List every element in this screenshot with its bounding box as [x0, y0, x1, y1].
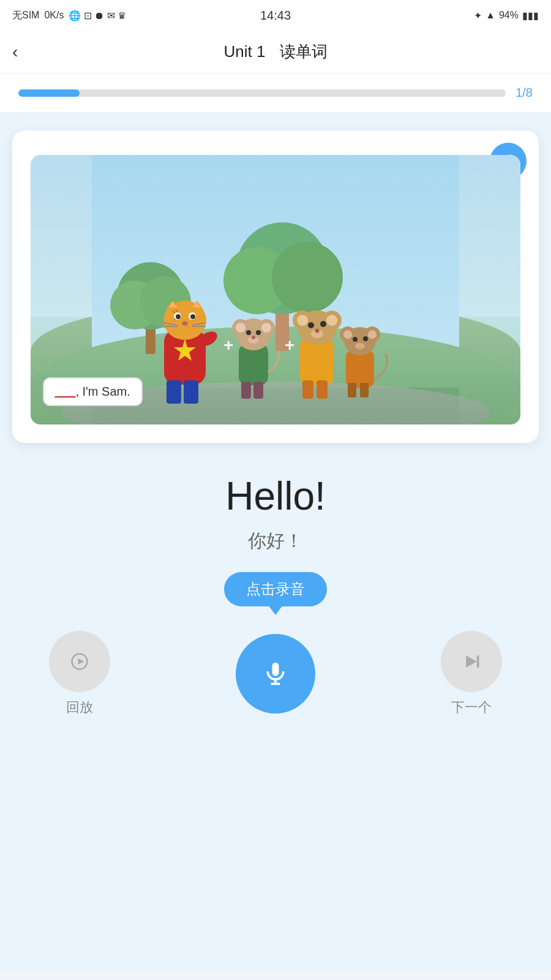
progress-bar-background	[18, 89, 506, 97]
svg-rect-34	[253, 382, 263, 399]
next-label: 下一个	[451, 698, 492, 717]
svg-rect-46	[302, 380, 313, 399]
svg-point-41	[256, 330, 261, 335]
svg-point-66	[363, 336, 368, 341]
bluetooth-icon: ✦	[474, 10, 482, 21]
speech-blank: ___	[55, 385, 75, 398]
carrier-text: 无SIM	[12, 9, 39, 22]
svg-text:+: +	[223, 336, 233, 355]
word-section: Hello! 你好！	[12, 443, 539, 572]
svg-rect-33	[241, 382, 251, 399]
title-unit: Unit 1	[223, 42, 265, 61]
illustration: +	[31, 155, 520, 424]
speech-text: , I'm Sam.	[75, 385, 130, 398]
svg-rect-59	[360, 383, 369, 398]
content-area: +	[0, 112, 551, 970]
svg-point-52	[326, 315, 337, 326]
status-icons: 🌐 ⊡ ⏺ ✉ ♛	[69, 10, 126, 21]
next-control: 下一个	[441, 631, 502, 717]
svg-rect-15	[184, 380, 198, 404]
flashcard: +	[12, 130, 539, 443]
svg-rect-47	[317, 380, 328, 399]
svg-point-11	[272, 242, 343, 313]
svg-point-23	[176, 314, 181, 319]
svg-point-25	[182, 322, 188, 326]
battery-icon: ▮▮▮	[522, 10, 539, 21]
network-speed: 0K/s	[44, 10, 64, 21]
word-chinese: 你好！	[24, 529, 527, 554]
app-header: ‹ Unit 1 读单词	[0, 31, 551, 74]
wifi-icon: ▲	[485, 10, 495, 21]
page-title: Unit 1 读单词	[223, 41, 327, 62]
playback-control: 回放	[49, 631, 110, 717]
svg-point-40	[246, 330, 251, 335]
svg-rect-70	[272, 663, 279, 676]
svg-text:+: +	[285, 336, 294, 355]
record-control	[236, 634, 315, 714]
svg-point-24	[190, 314, 195, 319]
svg-point-65	[353, 337, 358, 342]
svg-point-63	[343, 330, 352, 339]
svg-rect-58	[348, 383, 356, 398]
word-english: Hello!	[24, 473, 527, 519]
progress-section: 1/8	[0, 74, 551, 112]
status-time: 14:43	[260, 9, 291, 23]
svg-point-54	[320, 321, 326, 327]
status-right: ✦ ▲ 94% ▮▮▮	[474, 10, 539, 21]
svg-point-51	[297, 315, 308, 326]
bottom-controls: 回放 下一个	[12, 619, 539, 741]
record-button[interactable]	[236, 634, 315, 714]
svg-point-64	[368, 330, 377, 339]
record-tooltip-bubble[interactable]: 点击录音	[224, 572, 327, 606]
title-activity: 读单词	[280, 42, 328, 61]
speech-bubble: ___, I'm Sam.	[43, 377, 143, 406]
svg-rect-57	[346, 350, 374, 388]
svg-marker-69	[78, 658, 84, 665]
svg-rect-14	[167, 380, 181, 404]
playback-button[interactable]	[49, 631, 110, 692]
svg-point-39	[261, 323, 271, 333]
battery-label: 94%	[499, 10, 519, 21]
progress-label: 1/8	[515, 86, 533, 100]
svg-rect-74	[477, 655, 479, 668]
svg-point-67	[355, 343, 365, 349]
skip-next-icon	[462, 652, 481, 671]
progress-bar-fill	[18, 89, 80, 97]
back-button[interactable]: ‹	[12, 42, 18, 62]
svg-point-56	[315, 329, 320, 333]
svg-point-38	[236, 323, 246, 333]
svg-point-53	[308, 322, 314, 328]
playback-label: 回放	[66, 698, 93, 717]
play-icon	[70, 652, 89, 671]
next-button[interactable]	[441, 631, 502, 692]
microphone-icon	[262, 660, 289, 687]
record-tooltip-container: 点击录音	[12, 572, 539, 606]
svg-marker-73	[466, 655, 477, 668]
svg-point-43	[252, 336, 255, 339]
status-left: 无SIM 0K/s 🌐 ⊡ ⏺ ✉ ♛	[12, 9, 126, 22]
status-bar: 无SIM 0K/s 🌐 ⊡ ⏺ ✉ ♛ 14:43 ✦ ▲ 94% ▮▮▮	[0, 0, 551, 31]
